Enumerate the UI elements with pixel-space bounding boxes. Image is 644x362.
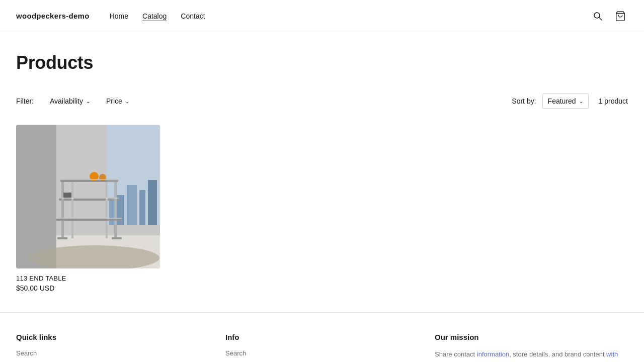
footer-highlight-2: with	[606, 350, 618, 358]
sort-right: Sort by: Featured ⌄ 1 product	[512, 94, 628, 109]
footer-info-search[interactable]: Search	[225, 349, 419, 357]
product-image-wrap	[16, 125, 160, 268]
price-filter[interactable]: Price ⌄	[102, 95, 133, 107]
nav-contact[interactable]: Contact	[181, 12, 205, 20]
svg-rect-20	[61, 221, 64, 238]
footer-highlight-1: information	[477, 350, 509, 358]
cart-icon	[615, 11, 626, 22]
filter-left: Filter: Availability ⌄ Price ⌄	[16, 95, 133, 107]
svg-rect-32	[107, 125, 160, 225]
availability-chevron-icon: ⌄	[86, 99, 90, 104]
header: woodpeckers-demo Home Catalog Contact	[0, 0, 644, 32]
footer-mission: Our mission Share contact information, s…	[435, 333, 628, 362]
svg-rect-28	[63, 193, 71, 198]
header-right	[591, 9, 628, 24]
footer-info: Info Search	[225, 333, 419, 362]
footer-grid: Quick links Search Info Search Our missi…	[16, 333, 628, 362]
products-grid: 113 END TABLE $50.00 USD	[16, 125, 628, 292]
svg-line-1	[599, 17, 602, 20]
price-label: Price	[106, 97, 122, 105]
sort-chevron-icon: ⌄	[579, 99, 583, 104]
search-button[interactable]	[591, 9, 605, 23]
product-count: 1 product	[599, 97, 628, 105]
product-image	[16, 125, 160, 268]
availability-filter[interactable]: Availability ⌄	[46, 95, 94, 107]
footer-info-title: Info	[225, 333, 419, 341]
footer-quick-links-title: Quick links	[16, 333, 209, 341]
header-left: woodpeckers-demo Home Catalog Contact	[16, 12, 205, 20]
nav-home[interactable]: Home	[110, 12, 128, 20]
svg-rect-5	[16, 125, 56, 268]
product-name: 113 END TABLE	[16, 275, 160, 282]
filter-bar: Filter: Availability ⌄ Price ⌄ Sort by: …	[16, 94, 628, 109]
product-card[interactable]: 113 END TABLE $50.00 USD	[16, 125, 160, 292]
sort-select[interactable]: Featured ⌄	[542, 94, 589, 109]
sort-label: Sort by:	[512, 97, 536, 105]
svg-rect-24	[57, 237, 67, 239]
main-content: Products Filter: Availability ⌄ Price ⌄ …	[0, 32, 644, 312]
footer: Quick links Search Info Search Our missi…	[0, 312, 644, 362]
search-icon	[593, 11, 603, 21]
price-chevron-icon: ⌄	[125, 99, 129, 104]
product-price: $50.00 USD	[16, 284, 160, 292]
footer-mission-text: Share contact information, store details…	[435, 349, 628, 362]
brand-logo[interactable]: woodpeckers-demo	[16, 12, 90, 20]
svg-rect-22	[71, 221, 73, 238]
sort-selected-value: Featured	[548, 97, 576, 105]
footer-mission-title: Our mission	[435, 333, 628, 341]
main-nav: Home Catalog Contact	[110, 12, 205, 20]
footer-quick-links-search[interactable]: Search	[16, 349, 209, 357]
cart-button[interactable]	[613, 9, 628, 24]
svg-rect-25	[112, 237, 122, 239]
footer-quick-links: Quick links Search	[16, 333, 209, 362]
svg-rect-16	[61, 182, 64, 218]
availability-label: Availability	[50, 97, 83, 105]
svg-rect-18	[71, 182, 73, 218]
filter-label: Filter:	[16, 97, 34, 105]
nav-catalog[interactable]: Catalog	[142, 12, 167, 20]
page-title: Products	[16, 52, 628, 73]
